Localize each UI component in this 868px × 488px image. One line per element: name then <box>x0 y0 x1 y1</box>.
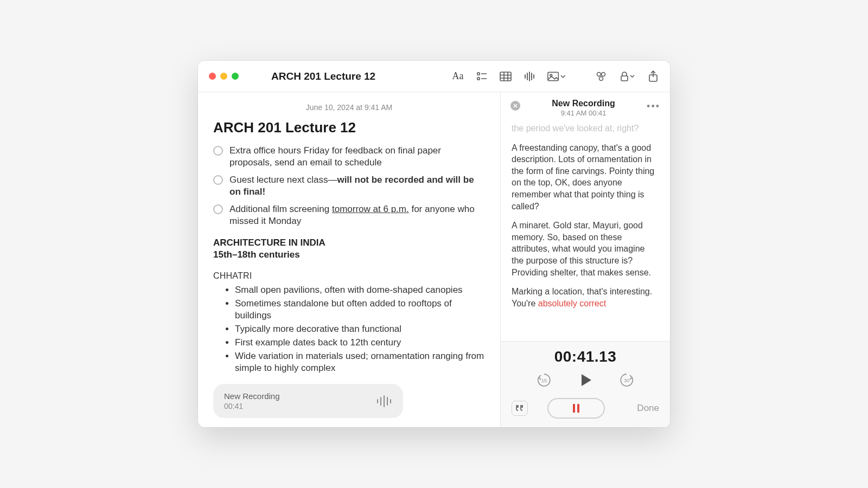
lock-icon <box>620 71 629 82</box>
share-icon <box>648 70 658 82</box>
list-item: Small open pavilions, often with dome-sh… <box>235 284 485 296</box>
table-icon <box>500 72 512 81</box>
section-heading: ARCHITECTURE IN INDIA <box>213 237 485 248</box>
checklist-text: Guest lecture next class—will not be rec… <box>229 174 485 198</box>
table-button[interactable] <box>500 70 512 82</box>
checklist-item[interactable]: Guest lecture next class—will not be rec… <box>213 174 485 198</box>
note-editor[interactable]: June 10, 2024 at 9:41 AM ARCH 201 Lectur… <box>198 92 501 427</box>
bullet-list: Small open pavilions, often with dome-sh… <box>213 284 485 375</box>
chevron-down-icon <box>560 74 566 79</box>
list-item: Wide variation in materials used; orname… <box>235 350 485 374</box>
topic-label: CHHATRI <box>213 271 485 281</box>
insert-quote-button[interactable] <box>512 401 528 416</box>
transcript-paragraph: A minaret. Gold star, Mayuri, good memor… <box>512 220 659 278</box>
list-item: Sometimes standalone but often added to … <box>235 298 485 322</box>
transcript-highlight: absolutely correct <box>538 299 606 308</box>
svg-rect-4 <box>500 72 511 81</box>
svg-point-0 <box>477 72 480 75</box>
recording-panel: New Recording 9:41 AM 00:41 ••• the peri… <box>501 92 670 427</box>
svg-rect-14 <box>548 72 558 81</box>
link-people-icon <box>595 71 607 82</box>
checklist-item[interactable]: Additional film screening tomorrow at 6 … <box>213 203 485 227</box>
checkbox-icon[interactable] <box>213 146 223 156</box>
transcript-prev-line: the period we've looked at, right? <box>512 123 659 134</box>
checkbox-icon[interactable] <box>213 175 223 185</box>
svg-point-2 <box>477 77 480 80</box>
pause-recording-button[interactable] <box>547 398 605 419</box>
collaborate-button[interactable] <box>595 70 607 82</box>
checklist-text: Extra office hours Friday for feedback o… <box>229 145 485 169</box>
note-title: ARCH 201 Lecture 12 <box>213 119 485 136</box>
skip-back-15-button[interactable]: 15 <box>536 372 552 388</box>
transcript-paragraph: Marking a location, that's interesting. … <box>512 286 659 309</box>
svg-text:15: 15 <box>541 378 547 383</box>
window-minimize-button[interactable] <box>220 73 227 80</box>
window-close-button[interactable] <box>209 73 216 80</box>
transcript-area[interactable]: the period we've looked at, right? A fre… <box>501 119 670 341</box>
list-item: Typically more decorative than functiona… <box>235 323 485 335</box>
photo-icon <box>547 72 559 81</box>
svg-text:30: 30 <box>624 378 629 383</box>
skip-forward-icon: 30 <box>618 372 635 388</box>
format-button[interactable]: Aa <box>452 70 464 82</box>
checkbox-icon[interactable] <box>213 204 223 214</box>
play-icon <box>582 374 591 386</box>
window-zoom-button[interactable] <box>232 73 239 80</box>
window-title: ARCH 201 Lecture 12 <box>271 70 375 82</box>
toolbar: Aa <box>452 70 659 82</box>
done-button[interactable]: Done <box>637 403 659 414</box>
svg-point-18 <box>599 76 603 80</box>
media-button[interactable] <box>547 70 566 82</box>
skip-back-icon: 15 <box>536 372 552 388</box>
share-button[interactable] <box>647 70 659 82</box>
playback-controls: 00:41.13 15 30 <box>501 341 670 427</box>
play-button[interactable] <box>577 372 593 388</box>
waveform-icon <box>524 72 535 81</box>
app-window: ARCH 201 Lecture 12 Aa <box>198 61 670 427</box>
svg-rect-19 <box>621 76 628 81</box>
waveform-icon <box>376 395 392 408</box>
svg-point-17 <box>602 72 605 76</box>
more-options-button[interactable]: ••• <box>647 101 660 112</box>
content-area: June 10, 2024 at 9:41 AM ARCH 201 Lectur… <box>198 92 670 427</box>
note-timestamp: June 10, 2024 at 9:41 AM <box>213 103 485 112</box>
checklist-button[interactable] <box>476 70 488 82</box>
close-icon <box>513 104 518 108</box>
close-panel-button[interactable] <box>510 101 520 111</box>
checklist-icon <box>476 72 487 81</box>
checklist-item[interactable]: Extra office hours Friday for feedback o… <box>213 145 485 169</box>
chevron-down-icon <box>630 74 635 79</box>
traffic-lights <box>209 73 239 80</box>
quote-icon <box>515 404 524 412</box>
recording-chip-title: New Recording <box>224 391 280 401</box>
pause-icon <box>573 404 579 413</box>
svg-point-16 <box>597 72 601 76</box>
transcript-paragraph: A freestanding canopy, that's a good des… <box>512 142 659 213</box>
recording-timer: 00:41.13 <box>512 348 659 365</box>
titlebar: ARCH 201 Lecture 12 Aa <box>198 61 670 92</box>
audio-button[interactable] <box>524 70 535 82</box>
checklist-text: Additional film screening tomorrow at 6 … <box>229 203 485 227</box>
recording-subtitle: 9:41 AM 00:41 <box>526 109 641 117</box>
recording-chip-duration: 00:41 <box>224 402 280 410</box>
recording-panel-header: New Recording 9:41 AM 00:41 ••• <box>501 92 670 119</box>
lock-button[interactable] <box>619 70 635 82</box>
list-item: First example dates back to 12th century <box>235 337 485 349</box>
recording-chip-meta: New Recording 00:41 <box>224 391 280 410</box>
recording-attachment-chip[interactable]: New Recording 00:41 <box>213 384 403 418</box>
skip-forward-30-button[interactable]: 30 <box>618 372 635 388</box>
recording-title: New Recording <box>526 99 641 108</box>
ellipsis-icon: ••• <box>647 101 660 112</box>
section-subheading: 15th–18th centuries <box>213 249 485 260</box>
text-format-icon: Aa <box>452 70 464 82</box>
